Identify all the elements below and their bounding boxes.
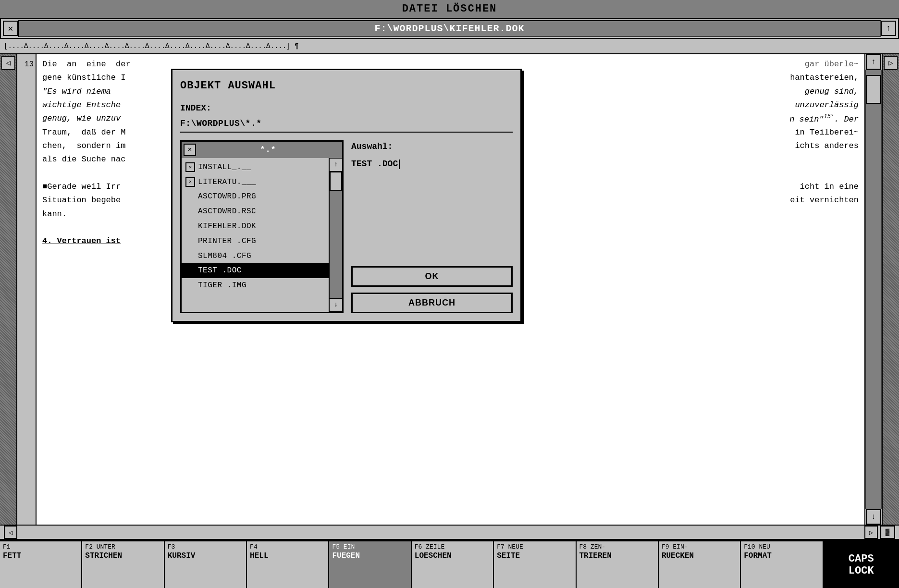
- scroll-thumb[interactable]: [866, 75, 881, 104]
- dialog-right: Auswahl: TEST .DOC OK ABBRUCH: [351, 140, 513, 313]
- file-name: SLM804 .CFG: [198, 250, 251, 262]
- status-bar: ◁ ▷ ▓: [0, 525, 899, 540]
- file-name: TEST .DOC: [198, 265, 242, 277]
- fkey-f6-num: F6 ZEILE: [415, 543, 490, 551]
- fkey-f5-num: F5 EIN: [332, 543, 407, 551]
- line-gutter: 13: [17, 54, 37, 525]
- caps-lock-label-top: CAPS: [849, 553, 874, 565]
- fkey-f8-num: F8 ZEN-: [579, 543, 655, 551]
- fkey-f8[interactable]: F8 ZEN- TRIEREN: [577, 541, 659, 588]
- fkey-f6[interactable]: F6 ZEILE LOESCHEN: [412, 541, 494, 588]
- scroll-up-button[interactable]: ↑: [881, 21, 896, 36]
- document-area[interactable]: Die an eine der gar überle~ gene künstli…: [37, 54, 864, 525]
- file-item[interactable]: KIFEHLER.DOK: [182, 219, 329, 234]
- fkey-f6-label: LOESCHEN: [415, 551, 490, 560]
- fkey-f7[interactable]: F7 NEUE SEITE: [494, 541, 576, 588]
- fkey-f8-label: TRIEREN: [579, 551, 655, 560]
- file-item[interactable]: ✕INSTALL_.__: [182, 160, 329, 175]
- fkey-f2[interactable]: F2 UNTER STRICHEN: [82, 541, 164, 588]
- list-scroll-track: [330, 172, 342, 298]
- fkey-f4-num: F4: [250, 543, 325, 551]
- dialog: OBJEKT AUSWAHL INDEX: F:\WORDPLUS\*.* ✕ …: [171, 69, 522, 322]
- title-text: DATEI LÖSCHEN: [402, 3, 497, 15]
- fkey-f2-num: F2 UNTER: [85, 543, 160, 551]
- file-name: TIGER .IMG: [198, 280, 246, 292]
- file-list-box: ✕ *.* ✕INSTALL_.__✕LITERATU.___ASCTOWRD.…: [180, 140, 344, 313]
- fkey-f1-num: F1: [3, 543, 78, 551]
- file-folder-icon: ✕: [185, 162, 195, 172]
- close-button[interactable]: ✕: [3, 21, 18, 36]
- right-scroll-arrow[interactable]: ▷: [884, 56, 898, 70]
- fkey-f3-num: F3: [168, 543, 243, 551]
- fkey-f5-label: FUEGEN: [332, 551, 407, 560]
- fkey-f5[interactable]: F5 EIN FUEGEN: [329, 541, 411, 588]
- list-scroll-down[interactable]: ↓: [329, 298, 343, 312]
- status-right-arrow[interactable]: ▷: [864, 526, 878, 539]
- dialog-title: OBJEKT AUSWAHL: [180, 78, 513, 94]
- auswahl-label: Auswahl:: [351, 140, 513, 154]
- file-list-close-button[interactable]: ✕: [184, 144, 196, 156]
- left-scroll-arrow[interactable]: ◁: [1, 56, 15, 70]
- fkey-f9-num: F9 EIN-: [662, 543, 737, 551]
- fkey-f2-label: STRICHEN: [85, 551, 160, 560]
- ok-button[interactable]: OK: [351, 266, 513, 287]
- fkey-f3-label: KURSIV: [168, 551, 243, 560]
- fkey-f4-label: HELL: [250, 551, 325, 560]
- auswahl-value: TEST .DOC: [351, 158, 513, 171]
- file-item[interactable]: ASCTOWRD.PRG: [182, 189, 329, 204]
- dialog-index-label: INDEX:: [180, 102, 513, 115]
- file-list-scrollbar: ↑ ↓: [329, 158, 342, 312]
- main-area: ◁ 13 Die an eine der gar überle~ gene kü…: [0, 54, 899, 525]
- fkey-f1[interactable]: F1 FETT: [0, 541, 82, 588]
- file-name: ASCTOWRD.RSC: [198, 206, 256, 218]
- fkey-f10[interactable]: F10 NEU FORMAT: [741, 541, 823, 588]
- status-left-arrow[interactable]: ◁: [4, 526, 17, 539]
- file-list-title-bar: ✕ *.*: [182, 142, 342, 158]
- file-path: F:\WORDPLUS\KIFEHLER.DOK: [18, 20, 881, 37]
- right-scrollbar: ↑ ↓: [864, 54, 882, 525]
- file-list-items[interactable]: ✕INSTALL_.__✕LITERATU.___ASCTOWRD.PRGASC…: [182, 158, 329, 312]
- fkey-f4[interactable]: F4 HELL: [247, 541, 329, 588]
- dialog-index-value: F:\WORDPLUS\*.*: [180, 117, 513, 133]
- dialog-buttons: OK ABBRUCH: [351, 257, 513, 313]
- fkey-f7-label: SEITE: [497, 551, 572, 560]
- file-name: KIFEHLER.DOK: [198, 220, 256, 233]
- caps-lock-label-bottom: LOCK: [849, 565, 874, 577]
- fkey-f3[interactable]: F3 KURSIV: [165, 541, 247, 588]
- file-item[interactable]: TEST .DOC: [182, 263, 329, 278]
- window-title: DATEI LÖSCHEN: [0, 0, 899, 18]
- file-item[interactable]: TIGER .IMG: [182, 278, 329, 293]
- file-item[interactable]: PRINTER .CFG: [182, 234, 329, 249]
- fkey-f10-num: F10 NEU: [744, 543, 819, 551]
- fkey-f9-label: RUECKEN: [662, 551, 737, 560]
- function-key-bar: F1 FETT F2 UNTER STRICHEN F3 KURSIV F4 H…: [0, 540, 899, 588]
- fkey-f1-label: FETT: [3, 551, 78, 560]
- dialog-body: ✕ *.* ✕INSTALL_.__✕LITERATU.___ASCTOWRD.…: [180, 140, 513, 313]
- file-item[interactable]: ✕LITERATU.___: [182, 175, 329, 190]
- scroll-track: [865, 70, 882, 509]
- ruler-text: [....Δ....Δ....Δ....Δ....Δ....Δ....Δ....…: [4, 42, 298, 50]
- ruler: [....Δ....Δ....Δ....Δ....Δ....Δ....Δ....…: [0, 39, 899, 54]
- fkey-f9[interactable]: F9 EIN- RUECKEN: [659, 541, 741, 588]
- file-name: LITERATU.___: [198, 176, 256, 188]
- scroll-down-arrow[interactable]: ↓: [866, 509, 881, 525]
- file-list-path: *.*: [196, 144, 340, 156]
- right-panel: ▷: [882, 54, 899, 525]
- file-name: PRINTER .CFG: [198, 235, 256, 247]
- menu-bar: ✕ F:\WORDPLUS\KIFEHLER.DOK ↑: [0, 18, 899, 39]
- fkey-f7-num: F7 NEUE: [497, 543, 572, 551]
- list-scroll-thumb: [330, 172, 342, 191]
- text-cursor: [399, 159, 400, 169]
- file-item[interactable]: ASCTOWRD.RSC: [182, 204, 329, 219]
- list-scroll-up[interactable]: ↑: [329, 158, 343, 172]
- file-item[interactable]: SLM804 .CFG: [182, 249, 329, 264]
- file-name: ASCTOWRD.PRG: [198, 191, 256, 203]
- status-page-icon: ▓: [880, 526, 895, 539]
- cancel-button[interactable]: ABBRUCH: [351, 293, 513, 313]
- line-number: 13: [17, 60, 34, 69]
- file-list-body: ✕INSTALL_.__✕LITERATU.___ASCTOWRD.PRGASC…: [182, 158, 342, 312]
- scroll-up-arrow[interactable]: ↑: [866, 54, 881, 70]
- fkey-caps-lock[interactable]: CAPS LOCK: [824, 541, 899, 588]
- fkey-f10-label: FORMAT: [744, 551, 819, 560]
- file-name: INSTALL_.__: [198, 161, 251, 173]
